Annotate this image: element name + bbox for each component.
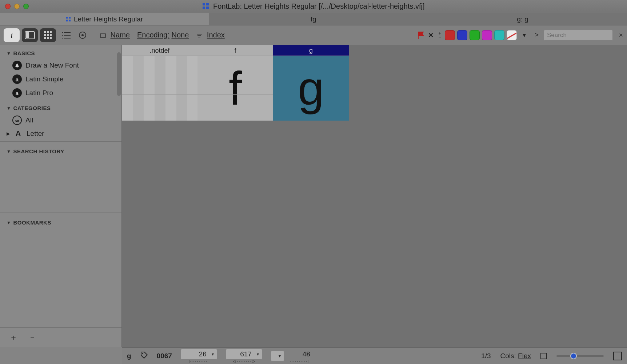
svg-rect-16: [44, 37, 46, 39]
sort-index-button[interactable]: Index: [196, 31, 225, 39]
glyph-name: f: [197, 45, 273, 56]
tab-label: fg: [311, 15, 316, 23]
grid-icon: [66, 17, 71, 22]
color-dropdown-icon[interactable]: ▼: [522, 32, 527, 38]
glyph-cell-f[interactable]: f f: [197, 45, 273, 121]
infinity-icon: ∞: [12, 116, 22, 125]
color-swatch-green[interactable]: [470, 30, 480, 40]
close-window-button[interactable]: [5, 4, 11, 9]
clear-flag-button[interactable]: ✕: [427, 31, 435, 39]
name-label: Name: [111, 31, 130, 39]
sidebar-item-all[interactable]: ∞ All: [0, 113, 121, 127]
list-icon: [62, 31, 71, 39]
glyph-position: 1/3: [481, 352, 491, 360]
svg-rect-2: [203, 7, 205, 9]
title-prefix: FontLab:: [213, 2, 244, 10]
target-icon: [79, 31, 87, 39]
index-label: Index: [207, 31, 225, 39]
section-title: BASICS: [13, 50, 35, 56]
svg-rect-12: [50, 31, 52, 33]
glyph-cell-g[interactable]: g g: [273, 45, 349, 121]
sidebar-item-letter[interactable]: ▶ A Letter: [0, 127, 121, 140]
color-swatch-magenta[interactable]: [482, 30, 492, 40]
grid-view-button[interactable]: [40, 28, 56, 42]
width-icon: [233, 360, 255, 363]
left-sidebearing-input[interactable]: 26: [181, 349, 217, 360]
sidebar-item-label: Latin Simple: [25, 75, 64, 83]
flag-icon[interactable]: [417, 31, 425, 39]
section-title: BOOKMARKS: [13, 219, 51, 226]
sidebar-item-label: Draw a New Font: [25, 61, 79, 69]
cols-control[interactable]: Cols: Flex: [500, 352, 531, 360]
svg-rect-4: [66, 17, 68, 19]
sidebar-item-latin-simple[interactable]: a Latin Simple: [0, 72, 121, 86]
color-swatch-cyan[interactable]: [494, 30, 504, 40]
cell-size-large-icon[interactable]: [613, 352, 622, 360]
window-title: FontLab: Letter Heights Regular [/.../De…: [0, 2, 627, 11]
zoom-window-button[interactable]: [23, 4, 29, 9]
svg-rect-3: [206, 7, 209, 9]
tab-label: Letter Heights Regular: [74, 15, 143, 23]
sidebar-item-draw-new-font[interactable]: Draw a New Font: [0, 58, 121, 72]
flag-color-group: ✕ +− ▼ > ✕: [417, 30, 623, 41]
svg-rect-9: [26, 32, 29, 38]
svg-rect-15: [50, 34, 52, 36]
remove-button[interactable]: －: [28, 332, 36, 343]
sidebar-section-categories[interactable]: ▼ CATEGORIES: [0, 100, 121, 113]
sidebar-item-label: Latin Pro: [25, 89, 53, 97]
title-doc: Letter Heights Regular: [244, 2, 317, 10]
sidebar-item-latin-pro[interactable]: a Latin Pro: [0, 86, 121, 100]
panel-icon: [25, 32, 35, 39]
svg-rect-6: [66, 20, 68, 21]
grid-icon: [44, 31, 52, 39]
toolbar: i Name Encoding: None Index ✕ +−: [0, 25, 627, 45]
section-title: SEARCH HISTORY: [13, 148, 64, 154]
info-button[interactable]: i: [4, 28, 20, 42]
lsb-icon: [190, 360, 208, 363]
color-swatch-blue[interactable]: [457, 30, 467, 40]
cols-label: Cols:: [500, 352, 516, 360]
glyph-grid[interactable]: .notdef f f g g: [122, 45, 627, 347]
list-view-button[interactable]: [58, 28, 74, 42]
sort-name-button[interactable]: Name: [100, 31, 130, 39]
glyph-preview: f: [197, 56, 273, 121]
sidebar: ▼ BASICS Draw a New Font a Latin Simple …: [0, 45, 122, 347]
letter-a-icon: a: [12, 74, 22, 84]
sidebar-section-search-history[interactable]: ▼ SEARCH HISTORY: [0, 143, 121, 157]
cols-value: Flex: [518, 352, 531, 360]
plus-minus-icon[interactable]: +−: [439, 32, 441, 39]
target-button[interactable]: [76, 28, 89, 42]
caret-down-icon: ▼: [7, 106, 11, 111]
sidebar-section-bookmarks[interactable]: ▼ BOOKMARKS: [0, 214, 121, 228]
rsb-icon: [290, 360, 308, 363]
app-icon: [203, 3, 209, 9]
divider: [0, 141, 121, 142]
encoding-value: None: [171, 31, 189, 39]
svg-rect-17: [47, 37, 49, 39]
advance-width-input[interactable]: 617: [226, 349, 262, 360]
filter-chevron-icon[interactable]: >: [535, 31, 539, 39]
cell-size-icon[interactable]: [540, 353, 547, 359]
svg-rect-11: [47, 31, 49, 33]
close-search-icon[interactable]: ✕: [619, 32, 623, 39]
card-icon: [100, 32, 106, 39]
glyph-name: g: [273, 45, 349, 56]
encoding-dropdown[interactable]: Encoding: None: [137, 31, 189, 39]
sidebar-scrollbar[interactable]: [117, 52, 121, 96]
add-button[interactable]: ＋: [9, 332, 17, 343]
color-swatch-none[interactable]: [507, 30, 517, 40]
search-input[interactable]: [544, 30, 613, 41]
sidebar-toggle-button[interactable]: [22, 28, 38, 42]
right-sidebearing-input[interactable]: 48: [286, 349, 312, 360]
tab-font-window[interactable]: Letter Heights Regular: [0, 13, 209, 25]
color-swatch-red[interactable]: [445, 30, 455, 40]
tab-g[interactable]: g: g: [418, 13, 627, 25]
zoom-slider[interactable]: [556, 355, 604, 357]
minimize-window-button[interactable]: [14, 4, 20, 9]
tag-icon[interactable]: [140, 351, 148, 361]
glyph-cell-notdef[interactable]: .notdef: [122, 45, 197, 121]
rsb-dropdown[interactable]: [271, 351, 284, 361]
sidebar-section-basics[interactable]: ▼ BASICS: [0, 45, 121, 58]
tab-fg[interactable]: fg: [209, 13, 418, 25]
slider-knob[interactable]: [570, 353, 577, 359]
